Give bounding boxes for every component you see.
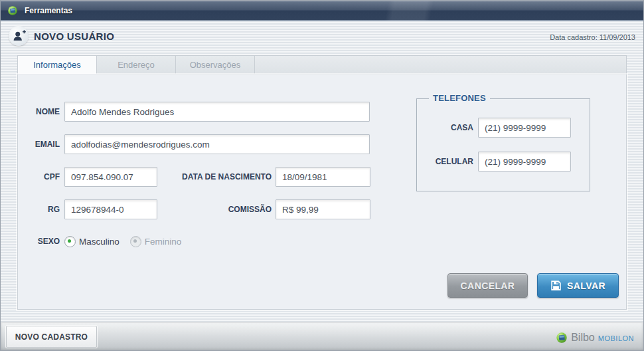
casa-input[interactable] [478,118,571,138]
radio-feminino[interactable] [130,236,141,247]
rg-input[interactable] [64,199,157,219]
telefones-legend: TELEFONES [429,93,490,103]
telefones-fieldset: TELEFONES CASA CELULAR [416,98,590,191]
tab-observacoes[interactable]: Observações [176,56,255,74]
rg-label: RG [18,205,60,215]
comissao-label: COMISSÃO [171,205,272,215]
casa-label: CASA [417,123,473,133]
cancelar-button[interactable]: CANCELAR [447,273,528,298]
app-logo-icon [7,5,18,16]
tab-endereco[interactable]: Endereço [97,56,176,74]
nascimento-label: DATA DE NASCIMENTO [151,172,272,182]
page-title: NOVO USUÁRIO [34,31,114,42]
add-user-icon [9,26,29,46]
brand-logo: Bilbo mobilon [556,322,634,351]
register-date: Data cadastro: 11/09/2013 [550,33,635,41]
app-window: Ferramentas NOVO USUÁRIO Data cadastro: … [0,0,644,351]
celular-label: CELULAR [417,157,473,167]
comissao-input[interactable] [276,199,370,219]
novo-cadastro-button[interactable]: NOVO CADASTRO [6,326,97,348]
form-panel: NOME EMAIL CPF DATA DE NASCIMENTO RG COM… [17,74,627,310]
radio-masculino[interactable] [64,236,76,247]
celular-input[interactable] [478,152,571,172]
sexo-radio-group: Masculino Feminino [64,234,192,249]
tabstrip: Informações Endereço Observações [17,55,627,74]
floppy-disk-icon [550,280,562,291]
salvar-button-label: SALVAR [567,281,605,291]
nome-input[interactable] [64,102,370,122]
cpf-label: CPF [18,172,60,182]
email-label: EMAIL [18,140,60,150]
bilbo-logo-icon [556,332,568,344]
radio-masculino-label[interactable]: Masculino [79,237,120,247]
cpf-input[interactable] [64,167,157,187]
nascimento-input[interactable] [276,167,370,187]
brand-suffix: mobilon [598,332,634,343]
nome-label: NOME [18,107,60,117]
radio-feminino-label[interactable]: Feminino [145,237,182,247]
sexo-label: SEXO [18,237,60,247]
email-input[interactable] [64,134,370,154]
titlebar: Ferramentas [1,1,643,21]
window-title: Ferramentas [25,1,72,21]
brand-name: Bilbo [571,332,595,344]
salvar-button[interactable]: SALVAR [537,273,619,298]
tab-informacoes[interactable]: Informações [18,56,97,74]
footer: NOVO CADASTRO Bilbo mobilon [1,322,643,351]
cancelar-button-label: CANCELAR [461,281,515,291]
